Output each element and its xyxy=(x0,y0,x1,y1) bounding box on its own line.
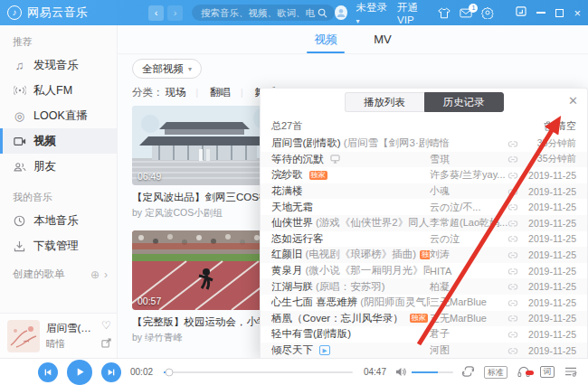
volume-icon[interactable] xyxy=(395,367,407,377)
minimize-button[interactable] xyxy=(536,12,545,13)
link-icon[interactable] xyxy=(507,249,526,260)
lyrics-button[interactable]: 词 xyxy=(540,366,555,378)
link-icon[interactable] xyxy=(507,186,526,197)
video-thumbnail[interactable]: 00:57 xyxy=(132,230,277,310)
loop-mode-icon[interactable] xyxy=(462,364,474,380)
progress-thumb[interactable] xyxy=(166,368,174,376)
search-box[interactable] xyxy=(192,5,335,21)
link-icon[interactable] xyxy=(507,329,526,340)
song-artist[interactable]: 君子 xyxy=(430,327,507,341)
song-artist[interactable]: 三无MarBlue xyxy=(430,296,507,309)
history-row[interactable]: 浣纱歌 独家 许多葵/兰芽yay... 2019-11-25 xyxy=(261,167,587,183)
link-icon[interactable] xyxy=(507,138,526,149)
history-row[interactable]: 江湖与朕 (原唱：安苏羽) 柏凝 2019-11-25 xyxy=(261,278,587,295)
song-artist[interactable]: 三无MarBlue xyxy=(430,312,507,325)
forward-button[interactable]: › xyxy=(167,5,183,21)
tab-history[interactable]: 历史记录 xyxy=(424,92,504,112)
video-title[interactable]: 【完整版】校园运动会，小学妹动感演绎 xyxy=(132,315,277,329)
sidebar-item-friends[interactable]: 朋友 xyxy=(0,154,117,179)
link-icon[interactable] xyxy=(507,297,526,308)
song-artist[interactable]: 李常超(Lao乾妈... xyxy=(430,216,507,230)
song-artist[interactable]: 云の泣 xyxy=(430,232,507,246)
link-icon[interactable] xyxy=(507,233,526,244)
mini-mode-icon[interactable] xyxy=(516,6,526,19)
created-playlists-header[interactable]: 创建的歌单 ⊕ › xyxy=(0,268,117,281)
sidebar-item-discover-music[interactable]: ♫ 发现音乐 xyxy=(0,52,117,78)
link-icon[interactable] xyxy=(507,154,526,164)
progress-slider[interactable] xyxy=(164,371,353,373)
vip-button[interactable]: 开通VIP xyxy=(397,1,429,25)
sidebar-item-local-music[interactable]: 本地音乐 xyxy=(0,208,117,233)
add-playlist-icon[interactable]: ⊕ xyxy=(90,268,100,281)
history-row[interactable]: 眉间雪(剧情歌) (眉间雪【剑网3·剧情歌】) 晴愔 35分钟前 xyxy=(261,136,587,152)
avatar[interactable] xyxy=(335,5,347,20)
back-button[interactable]: ‹ xyxy=(148,5,164,21)
link-icon[interactable] xyxy=(507,345,526,356)
video-author[interactable]: by 定风波COS小剧组 xyxy=(132,207,277,220)
video-card[interactable]: 00:57 【完整版】校园运动会，小学妹动感演绎 by 绿竹青峰 xyxy=(132,230,277,344)
app-logo[interactable]: ♪ 网易云音乐 xyxy=(7,5,116,21)
search-input[interactable] xyxy=(199,6,318,19)
history-row[interactable]: 红颜旧 (电视剧《琅琊榜》插曲) 独家▶ 刘涛 2019-11-25 xyxy=(261,247,587,263)
next-button[interactable] xyxy=(101,362,121,382)
link-icon[interactable] xyxy=(507,281,526,292)
history-row[interactable]: 等待的沉默 雪琪 35分钟前 xyxy=(261,152,587,168)
history-row[interactable]: 花满楼 小魂 2019-11-25 xyxy=(261,183,587,200)
sidebar-item-personal-fm[interactable]: 私人FM xyxy=(0,78,117,103)
now-playing-title[interactable]: 眉间雪(剧情歌) (眉间雪【剑网3·剧情歌】) xyxy=(46,322,95,335)
tab-video[interactable]: 视频 xyxy=(312,26,339,53)
history-row[interactable]: 轻中有雪(剧情版) 君子 2019-11-25 xyxy=(261,326,587,343)
link-icon[interactable] xyxy=(507,266,526,277)
song-artist[interactable]: 云の泣/不... xyxy=(430,201,507,214)
close-panel-icon[interactable]: ✕ xyxy=(568,95,578,107)
volume-slider[interactable] xyxy=(412,371,453,373)
previous-button[interactable] xyxy=(38,362,58,382)
song-artist[interactable]: HITA xyxy=(430,266,507,277)
song-artist[interactable]: 晴愔 xyxy=(430,136,507,150)
link-icon[interactable] xyxy=(507,202,526,212)
song-artist[interactable]: 许多葵/兰芽yay... xyxy=(430,168,507,182)
link-icon[interactable] xyxy=(507,218,526,229)
close-window-button[interactable]: × xyxy=(574,7,581,19)
history-row[interactable]: 恣如远行客 云の泣 2019-11-25 xyxy=(261,231,587,248)
message-icon[interactable]: 1 xyxy=(460,8,472,18)
play-button[interactable] xyxy=(67,360,92,385)
playlist-button[interactable] xyxy=(564,364,577,380)
sidebar-item-download-manager[interactable]: 下载管理 xyxy=(0,233,117,258)
tab-play-queue[interactable]: 播放列表 xyxy=(345,92,424,112)
share-icon[interactable] xyxy=(101,335,111,352)
video-author[interactable]: by 绿竹青峰 xyxy=(132,332,277,344)
chevron-right-icon[interactable]: › xyxy=(104,268,108,281)
history-row[interactable]: 栖凰（Cover：忘川风华录） 独家 三无MarBlue 2019-11-25 xyxy=(261,311,587,327)
clear-history-button[interactable]: 清空 xyxy=(544,119,576,133)
song-artist[interactable]: 柏凝 xyxy=(430,280,507,294)
history-row[interactable]: 黄泉月 (微小说《那一厢明月光》同人曲) HITA 2019-11-25 xyxy=(261,263,587,279)
history-row[interactable]: 天地无霜 云の泣/不... 2019-11-25 xyxy=(261,199,587,215)
maximize-button[interactable] xyxy=(555,9,564,17)
tab-mv[interactable]: MV xyxy=(372,27,394,52)
history-row[interactable]: 心生七面 喜恶难辨 (阴阳师面灵气同人曲) 独家 三无MarBlue 2019-… xyxy=(261,295,587,311)
history-row[interactable]: 仙侠世界 (游戏《仙侠世界2》同人主题曲) 独家 李常超(Lao乾妈... 20… xyxy=(261,215,587,231)
quality-button[interactable]: 标准 xyxy=(484,366,507,379)
video-thumbnail[interactable]: 06:49 xyxy=(132,106,277,185)
settings-gear-icon[interactable] xyxy=(481,6,494,19)
sound-effect-icon[interactable] xyxy=(517,366,530,378)
video-title[interactable]: 【定风波出品】剑网三COS微电影《眉间 xyxy=(132,191,277,204)
like-heart-icon[interactable]: ♡ xyxy=(101,320,111,331)
sidebar-item-video[interactable]: 视频 xyxy=(0,128,117,154)
login-button[interactable]: 未登录 ▾ xyxy=(356,1,388,25)
song-artist[interactable]: 雪琪 xyxy=(430,153,507,166)
link-icon[interactable] xyxy=(507,313,526,324)
album-art[interactable] xyxy=(7,320,40,352)
video-card[interactable]: 06:49 【定风波出品】剑网三COS微电影《眉间 by 定风波COS小剧组 xyxy=(132,106,277,220)
theme-shirt-icon[interactable] xyxy=(438,7,450,19)
all-videos-dropdown[interactable]: 全部视频 ▾ xyxy=(132,59,202,79)
history-row[interactable]: 倾尽天下 ▶ 河图 2019-11-25 xyxy=(261,343,587,358)
song-artist[interactable]: 刘涛 xyxy=(430,248,507,261)
song-artist[interactable]: 小魂 xyxy=(430,184,507,198)
category-live[interactable]: 现场 xyxy=(166,86,186,99)
now-playing-artist[interactable]: 晴愔 xyxy=(46,338,95,351)
song-artist[interactable]: 河图 xyxy=(430,343,507,357)
sidebar-item-look-live[interactable]: ◎ LOOK直播 xyxy=(0,103,117,128)
now-playing-mini[interactable]: 眉间雪(剧情歌) (眉间雪【剑网3·剧情歌】) 晴愔 ♡ xyxy=(0,313,117,358)
